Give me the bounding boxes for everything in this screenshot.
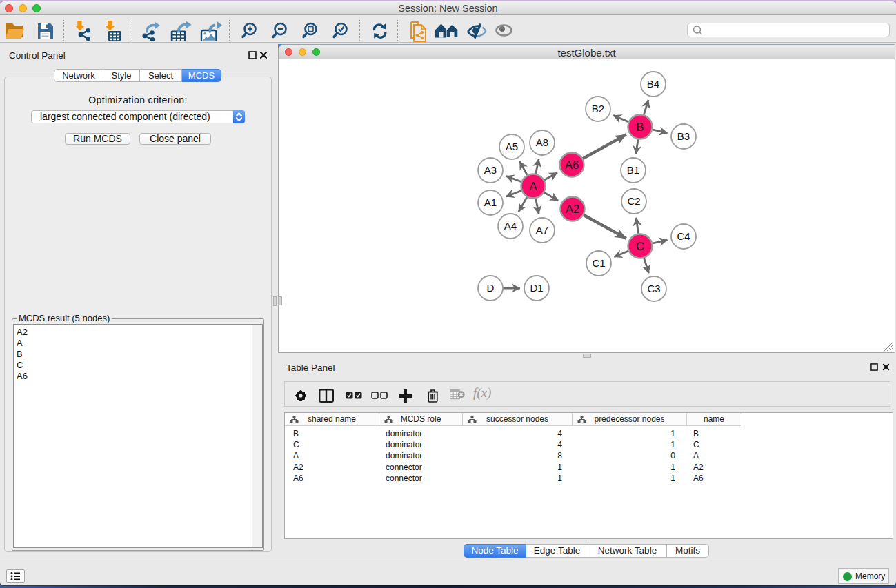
svg-text:A5: A5: [506, 141, 518, 152]
svg-text:A8: A8: [536, 136, 548, 148]
svg-text:A7: A7: [536, 224, 548, 236]
svg-text:B: B: [636, 121, 644, 133]
svg-text:C1: C1: [592, 257, 605, 269]
svg-text:A4: A4: [504, 220, 517, 232]
svg-text:C4: C4: [677, 230, 690, 242]
svg-text:B4: B4: [647, 78, 659, 90]
svg-text:A1: A1: [484, 196, 497, 208]
svg-text:C: C: [636, 240, 644, 252]
svg-text:C2: C2: [627, 195, 640, 207]
svg-text:A: A: [529, 180, 537, 192]
svg-text:D1: D1: [530, 282, 543, 294]
svg-text:D: D: [487, 282, 495, 294]
svg-text:A6: A6: [565, 159, 579, 171]
svg-text:B3: B3: [677, 130, 690, 142]
svg-text:A2: A2: [566, 203, 579, 215]
svg-text:B2: B2: [592, 103, 604, 114]
svg-text:A3: A3: [484, 164, 497, 176]
svg-text:C3: C3: [647, 283, 660, 294]
svg-text:B1: B1: [627, 164, 639, 176]
